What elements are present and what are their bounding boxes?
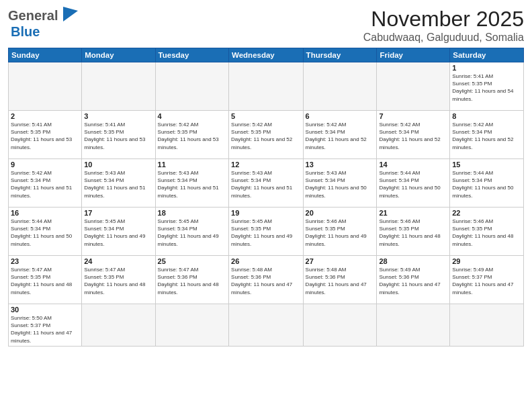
day-number: 2: [11, 112, 79, 120]
day-number: 30: [11, 306, 79, 314]
day-info: Sunrise: 5:45 AMSunset: 5:34 PMDaylight:…: [158, 218, 226, 248]
day-number: 11: [158, 161, 226, 169]
table-cell: 3Sunrise: 5:41 AMSunset: 5:35 PMDaylight…: [82, 111, 155, 159]
day-info: Sunrise: 5:43 AMSunset: 5:34 PMDaylight:…: [231, 169, 301, 199]
table-cell: [303, 304, 377, 347]
day-number: 17: [84, 209, 152, 217]
table-cell: 18Sunrise: 5:45 AMSunset: 5:34 PMDayligh…: [155, 208, 228, 256]
table-cell: [9, 62, 82, 111]
table-cell: 20Sunrise: 5:46 AMSunset: 5:35 PMDayligh…: [303, 208, 377, 256]
calendar-title: November 2025: [363, 7, 524, 32]
day-number: 3: [84, 112, 152, 120]
day-info: Sunrise: 5:48 AMSunset: 5:36 PMDaylight:…: [231, 266, 301, 296]
day-info: Sunrise: 5:42 AMSunset: 5:34 PMDaylight:…: [11, 169, 79, 199]
logo-blue-text: Blue: [11, 24, 40, 39]
logo: General Blue: [8, 7, 81, 40]
day-number: 7: [379, 112, 447, 120]
table-cell: 29Sunrise: 5:49 AMSunset: 5:37 PMDayligh…: [450, 256, 524, 304]
day-number: 5: [231, 112, 301, 120]
header-saturday: Saturday: [450, 48, 524, 62]
table-cell: 4Sunrise: 5:42 AMSunset: 5:35 PMDaylight…: [155, 111, 228, 159]
table-cell: 13Sunrise: 5:43 AMSunset: 5:34 PMDayligh…: [303, 159, 377, 208]
day-info: Sunrise: 5:43 AMSunset: 5:34 PMDaylight:…: [306, 169, 375, 199]
table-cell: 12Sunrise: 5:43 AMSunset: 5:34 PMDayligh…: [229, 159, 304, 208]
table-cell: [229, 62, 304, 111]
table-cell: 10Sunrise: 5:43 AMSunset: 5:34 PMDayligh…: [82, 159, 155, 208]
day-number: 12: [231, 161, 301, 169]
calendar-subtitle: Cabudwaaq, Galguduud, Somalia: [363, 32, 524, 44]
day-info: Sunrise: 5:49 AMSunset: 5:36 PMDaylight:…: [379, 266, 447, 296]
day-info: Sunrise: 5:44 AMSunset: 5:34 PMDaylight:…: [379, 169, 447, 199]
weekday-header-row: Sunday Monday Tuesday Wednesday Thursday…: [9, 48, 524, 62]
day-info: Sunrise: 5:47 AMSunset: 5:35 PMDaylight:…: [11, 266, 79, 296]
header: General Blue November 2025 Cabudwaaq, Ga…: [8, 7, 524, 44]
table-cell: 28Sunrise: 5:49 AMSunset: 5:36 PMDayligh…: [377, 256, 450, 304]
day-info: Sunrise: 5:45 AMSunset: 5:34 PMDaylight:…: [84, 218, 152, 248]
day-info: Sunrise: 5:43 AMSunset: 5:34 PMDaylight:…: [84, 169, 152, 199]
day-info: Sunrise: 5:43 AMSunset: 5:34 PMDaylight:…: [158, 169, 226, 199]
table-cell: [82, 62, 155, 111]
day-number: 16: [11, 209, 79, 217]
header-friday: Friday: [377, 48, 450, 62]
day-info: Sunrise: 5:42 AMSunset: 5:34 PMDaylight:…: [379, 121, 447, 151]
day-number: 20: [306, 209, 375, 217]
header-monday: Monday: [82, 48, 155, 62]
day-number: 24: [84, 257, 152, 265]
day-info: Sunrise: 5:42 AMSunset: 5:34 PMDaylight:…: [306, 121, 375, 151]
table-cell: [377, 62, 450, 111]
table-cell: [155, 304, 228, 347]
day-info: Sunrise: 5:49 AMSunset: 5:37 PMDaylight:…: [452, 266, 521, 296]
day-number: 8: [452, 112, 521, 120]
day-number: 4: [158, 112, 226, 120]
title-block: November 2025 Cabudwaaq, Galguduud, Soma…: [363, 7, 524, 44]
table-cell: 8Sunrise: 5:42 AMSunset: 5:34 PMDaylight…: [450, 111, 524, 159]
day-number: 9: [11, 161, 79, 169]
table-cell: 19Sunrise: 5:45 AMSunset: 5:35 PMDayligh…: [229, 208, 304, 256]
day-number: 21: [379, 209, 447, 217]
day-info: Sunrise: 5:45 AMSunset: 5:35 PMDaylight:…: [231, 218, 301, 248]
svg-marker-1: [63, 7, 78, 21]
table-cell: 7Sunrise: 5:42 AMSunset: 5:34 PMDaylight…: [377, 111, 450, 159]
day-info: Sunrise: 5:42 AMSunset: 5:34 PMDaylight:…: [452, 121, 521, 151]
day-info: Sunrise: 5:47 AMSunset: 5:36 PMDaylight:…: [158, 266, 226, 296]
day-number: 1: [452, 64, 521, 72]
table-cell: 1Sunrise: 5:41 AMSunset: 5:35 PMDaylight…: [450, 62, 524, 111]
table-cell: 2Sunrise: 5:41 AMSunset: 5:35 PMDaylight…: [9, 111, 82, 159]
table-cell: 14Sunrise: 5:44 AMSunset: 5:34 PMDayligh…: [377, 159, 450, 208]
day-info: Sunrise: 5:42 AMSunset: 5:35 PMDaylight:…: [158, 121, 226, 151]
day-info: Sunrise: 5:44 AMSunset: 5:34 PMDaylight:…: [452, 169, 521, 199]
day-info: Sunrise: 5:48 AMSunset: 5:36 PMDaylight:…: [306, 266, 375, 296]
day-number: 25: [158, 257, 226, 265]
day-number: 28: [379, 257, 447, 265]
table-cell: [82, 304, 155, 347]
day-info: Sunrise: 5:41 AMSunset: 5:35 PMDaylight:…: [11, 121, 79, 151]
day-number: 29: [452, 257, 521, 265]
header-wednesday: Wednesday: [229, 48, 304, 62]
day-number: 23: [11, 257, 79, 265]
day-number: 14: [379, 161, 447, 169]
logo-icon: [59, 5, 81, 24]
day-info: Sunrise: 5:44 AMSunset: 5:34 PMDaylight:…: [11, 218, 79, 248]
table-cell: [450, 304, 524, 347]
day-number: 15: [452, 161, 521, 169]
table-cell: 24Sunrise: 5:47 AMSunset: 5:35 PMDayligh…: [82, 256, 155, 304]
table-cell: 26Sunrise: 5:48 AMSunset: 5:36 PMDayligh…: [229, 256, 304, 304]
table-cell: [303, 62, 377, 111]
day-number: 10: [84, 161, 152, 169]
table-cell: 6Sunrise: 5:42 AMSunset: 5:34 PMDaylight…: [303, 111, 377, 159]
day-info: Sunrise: 5:41 AMSunset: 5:35 PMDaylight:…: [84, 121, 152, 151]
table-cell: 9Sunrise: 5:42 AMSunset: 5:34 PMDaylight…: [9, 159, 82, 208]
table-cell: 11Sunrise: 5:43 AMSunset: 5:34 PMDayligh…: [155, 159, 228, 208]
table-cell: 23Sunrise: 5:47 AMSunset: 5:35 PMDayligh…: [9, 256, 82, 304]
table-cell: 27Sunrise: 5:48 AMSunset: 5:36 PMDayligh…: [303, 256, 377, 304]
table-cell: 17Sunrise: 5:45 AMSunset: 5:34 PMDayligh…: [82, 208, 155, 256]
table-cell: 21Sunrise: 5:46 AMSunset: 5:35 PMDayligh…: [377, 208, 450, 256]
page: General Blue November 2025 Cabudwaaq, Ga…: [0, 0, 532, 411]
table-cell: 15Sunrise: 5:44 AMSunset: 5:34 PMDayligh…: [450, 159, 524, 208]
table-cell: 25Sunrise: 5:47 AMSunset: 5:36 PMDayligh…: [155, 256, 228, 304]
header-sunday: Sunday: [9, 48, 82, 62]
day-info: Sunrise: 5:47 AMSunset: 5:35 PMDaylight:…: [84, 266, 152, 296]
day-number: 13: [306, 161, 375, 169]
table-cell: 16Sunrise: 5:44 AMSunset: 5:34 PMDayligh…: [9, 208, 82, 256]
header-thursday: Thursday: [303, 48, 377, 62]
